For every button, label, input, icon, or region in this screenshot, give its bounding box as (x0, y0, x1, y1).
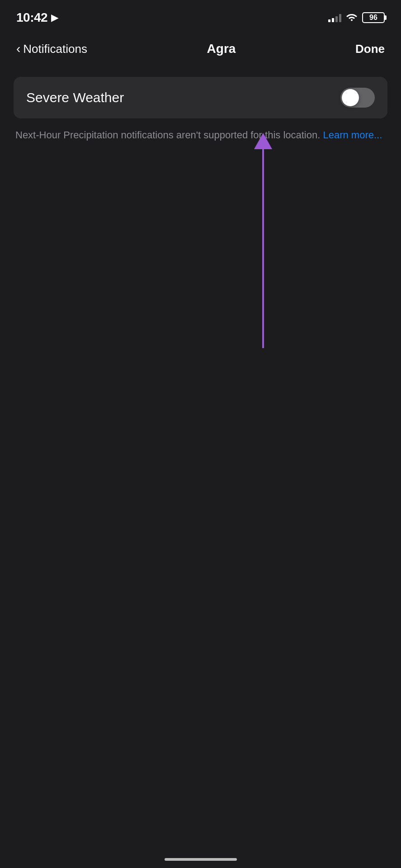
home-indicator (165, 858, 237, 861)
back-label: Notifications (23, 42, 87, 56)
navigation-bar: ‹ Notifications Agra Done (0, 32, 401, 68)
description-main-text: Next-Hour Precipitation notifications ar… (15, 129, 323, 141)
time-display: 10:42 (16, 10, 47, 25)
signal-bar-2 (332, 18, 334, 22)
severe-weather-toggle[interactable] (340, 88, 375, 108)
battery-indicator: 96 (362, 12, 385, 23)
location-arrow-icon: ▶ (51, 12, 58, 23)
content-area: Severe Weather Next-Hour Precipitation n… (0, 68, 401, 151)
status-bar: 10:42 ▶ 96 (0, 0, 401, 32)
battery-level: 96 (369, 14, 377, 22)
signal-bars-icon (328, 13, 341, 22)
status-time-container: 10:42 ▶ (16, 10, 58, 25)
signal-bar-1 (328, 19, 330, 22)
signal-bar-3 (335, 16, 338, 22)
wifi-icon (346, 12, 358, 24)
back-button[interactable]: ‹ Notifications (16, 42, 87, 56)
toggle-track (340, 88, 375, 108)
severe-weather-label: Severe Weather (26, 90, 124, 105)
arrow-annotation (262, 149, 264, 348)
arrow-line (262, 149, 264, 348)
chevron-left-icon: ‹ (16, 42, 20, 55)
description-text: Next-Hour Precipitation notifications ar… (14, 127, 387, 142)
status-icons: 96 (328, 12, 385, 24)
toggle-thumb (342, 89, 359, 106)
arrow-head (254, 133, 272, 149)
done-button[interactable]: Done (355, 42, 385, 56)
page-title: Agra (207, 42, 236, 56)
severe-weather-section: Severe Weather (14, 77, 387, 118)
learn-more-link[interactable]: Learn more... (323, 129, 382, 141)
signal-bar-4 (339, 14, 341, 22)
